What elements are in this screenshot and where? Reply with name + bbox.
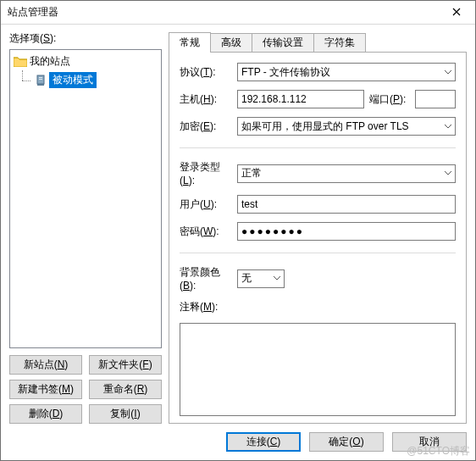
row-user: 用户(U): test [180, 195, 456, 214]
chevron-down-icon [274, 276, 280, 280]
user-label: 用户(U): [180, 197, 232, 212]
cancel-button[interactable]: 取消 [392, 432, 467, 452]
bgcolor-value: 无 [241, 271, 252, 286]
delete-button[interactable]: 删除(D) [9, 404, 82, 424]
new-site-button[interactable]: 新站点(N) [9, 355, 82, 375]
protocol-label: 协议(T): [180, 65, 232, 80]
protocol-select[interactable]: FTP - 文件传输协议 [237, 63, 456, 81]
folder-icon [14, 56, 27, 67]
window-title: 站点管理器 [8, 5, 437, 19]
dialog-body: 选择项(S): 我的站点 被动模式 [1, 25, 475, 460]
new-bookmark-button[interactable]: 新建书签(M) [9, 380, 82, 399]
tree-buttons: 新站点(N) 新文件夹(F) 新建书签(M) 重命名(R) 删除(D) 复制(I… [9, 355, 162, 424]
encryption-value: 如果可用，使用显式的 FTP over TLS [241, 119, 409, 134]
tab-panel-general: 协议(T): FTP - 文件传输协议 主机(H): 192.168.1.112… [169, 52, 467, 424]
copy-button[interactable]: 复制(I) [89, 404, 162, 424]
row-password: 密码(W): ●●●●●●●● [180, 222, 456, 241]
logon-value: 正常 [241, 166, 262, 181]
tab-advanced[interactable]: 高级 [210, 33, 252, 52]
row-protocol: 协议(T): FTP - 文件传输协议 [180, 63, 456, 81]
tree-connector-icon [17, 74, 32, 87]
close-button[interactable] [437, 1, 475, 25]
user-input[interactable]: test [237, 195, 456, 214]
protocol-value: FTP - 文件传输协议 [241, 65, 330, 80]
comments-label: 注释(M): [180, 300, 456, 314]
tree-root-label: 我的站点 [30, 54, 70, 69]
port-label: 端口(P): [369, 92, 410, 107]
svg-rect-3 [39, 79, 42, 80]
close-icon [452, 7, 461, 19]
row-host: 主机(H): 192.168.1.112 端口(P): [180, 90, 456, 108]
row-encryption: 加密(E): 如果可用，使用显式的 FTP over TLS [180, 117, 456, 136]
password-input[interactable]: ●●●●●●●● [237, 222, 456, 241]
main-row: 选择项(S): 我的站点 被动模式 [9, 31, 467, 424]
host-input[interactable]: 192.168.1.112 [237, 90, 364, 108]
titlebar: 站点管理器 [1, 1, 475, 25]
connect-button[interactable]: 连接(C) [226, 432, 301, 452]
port-input[interactable] [415, 90, 456, 108]
site-manager-window: 站点管理器 选择项(S): 我的站点 [0, 0, 476, 461]
password-label: 密码(W): [180, 225, 232, 239]
divider [180, 253, 456, 253]
left-column: 选择项(S): 我的站点 被动模式 [9, 31, 162, 424]
host-label: 主机(H): [180, 92, 232, 107]
tree-root-my-sites[interactable]: 我的站点 [12, 53, 159, 69]
tab-transfer[interactable]: 传输设置 [252, 33, 314, 52]
right-column: 常规 高级 传输设置 字符集 协议(T): FTP - 文件传输协议 主机( [169, 31, 467, 424]
logon-select[interactable]: 正常 [237, 164, 456, 183]
svg-rect-2 [39, 77, 42, 78]
tab-bar: 常规 高级 传输设置 字符集 [169, 31, 467, 52]
chevron-down-icon [445, 125, 451, 129]
site-tree[interactable]: 我的站点 被动模式 [9, 49, 162, 348]
select-entry-label: 选择项(S): [9, 31, 162, 46]
svg-rect-1 [37, 84, 44, 86]
divider [180, 147, 456, 148]
new-folder-button[interactable]: 新文件夹(F) [89, 355, 162, 375]
tab-general[interactable]: 常规 [169, 32, 211, 53]
tree-item-site[interactable]: 被动模式 [15, 71, 159, 89]
ok-button[interactable]: 确定(O) [309, 432, 384, 452]
dialog-buttons: 连接(C) 确定(O) 取消 [9, 424, 467, 452]
server-icon [35, 75, 47, 86]
tree-item-label: 被动模式 [49, 72, 97, 88]
bgcolor-select[interactable]: 无 [237, 269, 285, 288]
rename-button[interactable]: 重命名(R) [89, 380, 162, 399]
chevron-down-icon [445, 171, 451, 175]
tab-charset[interactable]: 字符集 [313, 33, 366, 52]
chevron-down-icon [445, 70, 451, 75]
row-logon: 登录类型(L): 正常 [180, 160, 456, 186]
encryption-label: 加密(E): [180, 119, 232, 134]
row-bgcolor: 背景颜色(B): 无 [180, 265, 456, 292]
encryption-select[interactable]: 如果可用，使用显式的 FTP over TLS [237, 117, 456, 136]
comments-textarea[interactable] [180, 323, 456, 416]
logon-label: 登录类型(L): [180, 160, 232, 186]
bgcolor-label: 背景颜色(B): [180, 265, 232, 292]
